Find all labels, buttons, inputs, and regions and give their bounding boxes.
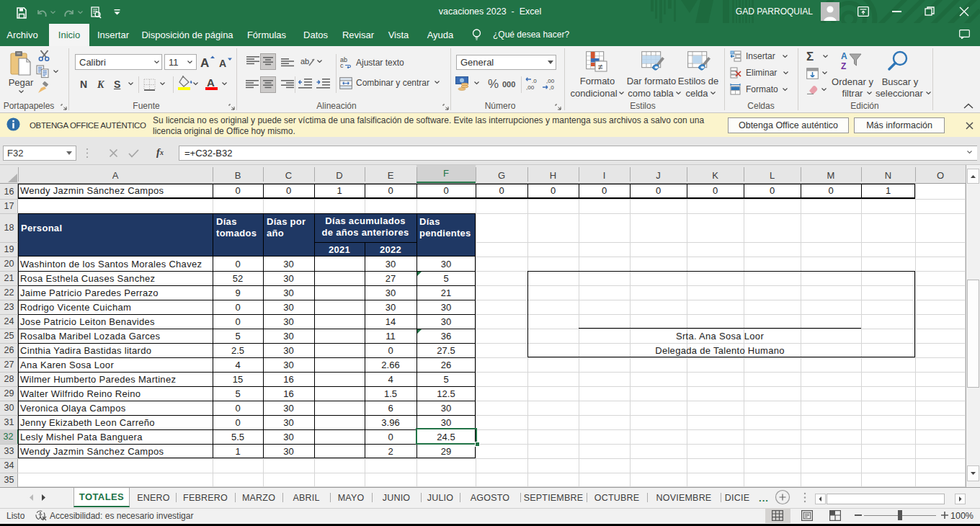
svg-text:Z: Z [841,61,846,71]
svg-text:,00: ,00 [546,78,555,84]
svg-text:A: A [200,56,209,69]
svg-text:A: A [219,58,226,69]
svg-text:.0: .0 [532,78,537,84]
svg-text:ab: ab [300,57,309,66]
svg-text:,0: ,0 [549,84,554,90]
svg-text:,00: ,00 [526,84,535,90]
svg-text:c: c [340,62,344,68]
svg-text:A: A [841,51,847,61]
svg-text:≠: ≠ [598,62,603,72]
